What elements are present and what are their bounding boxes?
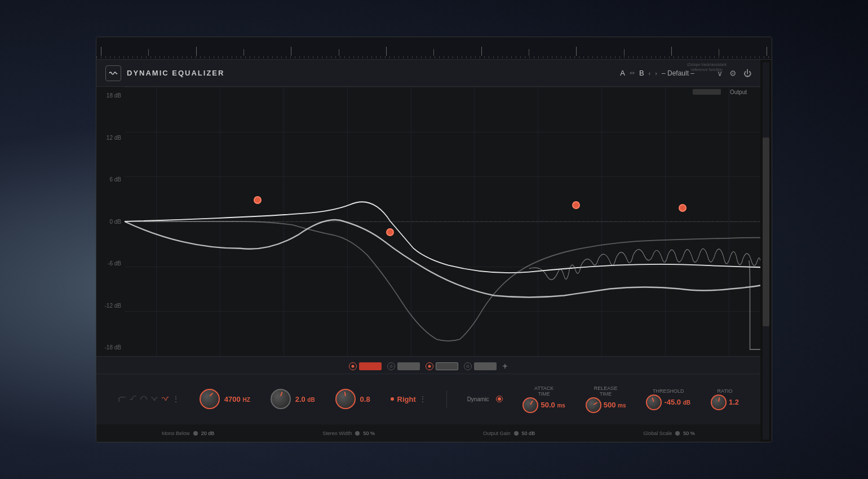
attack-knob[interactable] [522,397,538,413]
db-label-18: 18 dB [96,92,125,99]
header-extra-text: iZotope track/assistant reference functi… [687,62,727,72]
gain-knob[interactable] [271,389,291,409]
gain-group: 2.0 dB [271,389,315,409]
attack-label: AttackTime [534,385,553,397]
right-scrollbar[interactable] [760,60,772,442]
frequency-value: 4700 HZ [224,395,250,403]
svg-point-2 [390,365,392,367]
q-value: 0.8 [360,395,370,403]
dynamic-group: Dynamic [467,396,503,402]
dynamic-label: Dynamic [467,396,489,402]
threshold-value: -45.0 dB [664,398,690,406]
filter-dynamic-icon[interactable] [161,395,170,403]
band-4-power[interactable] [464,362,472,370]
stereo-width-value: 50 % [363,431,375,436]
band-4-color[interactable] [474,362,497,370]
band-1-color[interactable] [359,362,382,370]
mono-below-knob[interactable] [193,431,198,436]
filter-notch-icon[interactable] [150,395,159,403]
filter-bell-icon[interactable] [139,395,148,403]
eq-graph[interactable]: 18 dB 12 dB 6 dB 0 dB -6 dB -12 dB -18 d… [96,87,760,356]
more-icon[interactable]: ⋮ [172,395,179,403]
svg-point-1 [352,365,355,368]
band-1-power[interactable] [349,362,357,370]
ratio-knob[interactable] [711,394,727,410]
timeline-ruler [96,37,772,60]
band-1-btn[interactable] [349,362,382,370]
q-knob[interactable] [335,389,356,409]
eq-node-2[interactable] [386,228,394,236]
attack-value: 50.0 ms [541,401,565,409]
threshold-group: Threshold -45.0 dB [646,388,690,410]
plugin-title: DYNAMIC EQUALIZER [127,69,224,77]
db-label-n6: -6 dB [96,260,125,267]
band-3-power[interactable] [426,362,433,370]
band-3-color[interactable] [436,362,458,370]
ratio-label: Ratio [718,388,733,394]
band-params: ⋮ 4700 HZ [96,374,760,424]
global-scale-value: 50 % [683,431,695,436]
threshold-label: Threshold [653,388,684,394]
arrow-right[interactable]: › [655,70,657,77]
eq-node-3[interactable] [572,201,580,209]
global-scale-knob[interactable] [675,431,680,436]
release-label: ReleaseTime [594,385,618,397]
mono-below-param: Mono Below 20 dB [162,431,214,436]
filter-type-icons: ⋮ [118,395,179,403]
db-label-n18: -18 dB [96,344,125,351]
gain-value: 2.0 dB [295,395,315,403]
main-area: DYNAMIC EQUALIZER A ⇔ B ‹ › – Default – … [96,60,772,442]
filter-hp-icon[interactable] [118,395,127,403]
band-3-btn[interactable] [426,362,458,370]
add-band-button[interactable]: + [502,361,507,371]
release-group: ReleaseTime 500 ms [586,385,626,413]
db-label-n12: -12 dB [96,303,125,309]
ab-button-a[interactable]: A [620,69,625,77]
svg-point-3 [428,365,431,368]
band-2-color[interactable] [397,362,420,370]
settings-icon[interactable]: ⚙ [729,69,737,78]
eq-controls: + [96,356,760,424]
global-scale-param: Global Scale 50 % [643,431,695,436]
bottom-strip: Mono Below 20 dB Stereo Width 50 % Outpu… [96,424,760,442]
mono-below-value: 20 dB [201,431,215,436]
channel-more-icon[interactable]: ⋮ [419,395,426,403]
db-label-0: 0 dB [96,219,125,225]
power-icon[interactable]: ⏻ [743,69,751,78]
arrow-left[interactable]: ‹ [649,70,651,77]
filter-shelf-icon[interactable] [129,395,138,403]
svg-point-4 [467,365,469,367]
band-2-btn[interactable] [387,362,420,370]
stereo-width-param: Stereo Width 50 % [322,431,375,436]
frequency-group: 4700 HZ [200,389,250,409]
release-value: 500 ms [604,401,626,409]
output-gain-knob[interactable] [514,431,519,436]
channel-value: Right [397,395,416,403]
output-label: Output [730,89,747,95]
threshold-knob[interactable] [646,394,662,410]
ab-button-b[interactable]: B [639,69,644,77]
scrollbar-thumb[interactable] [763,138,769,326]
release-knob[interactable] [586,397,601,413]
eq-node-4[interactable] [679,204,687,212]
band-2-power[interactable] [387,362,395,370]
eq-node-1[interactable] [254,196,262,204]
db-label-12: 12 dB [96,135,125,141]
band-4-btn[interactable] [464,362,497,370]
dynamic-power-button[interactable] [496,396,503,402]
channel-dot[interactable] [391,397,394,401]
frequency-knob[interactable] [200,389,220,409]
global-scale-label: Global Scale [643,431,672,436]
output-gain-value: 50 dB [522,431,535,436]
plugin-logo [105,65,121,81]
db-labels: 18 dB 12 dB 6 dB 0 dB -6 dB -12 dB -18 d… [96,87,125,356]
stereo-width-knob[interactable] [355,431,360,436]
scrollbar-track[interactable] [763,62,769,440]
channel-group: Right ⋮ [391,395,426,403]
plugin-window: DYNAMIC EQUALIZER A ⇔ B ‹ › – Default – … [96,37,772,442]
stereo-width-label: Stereo Width [322,431,352,436]
attack-group: AttackTime 50.0 ms [522,385,565,413]
mono-below-label: Mono Below [162,431,190,436]
db-label-6: 6 dB [96,176,125,183]
output-gain-param: Output Gain 50 dB [483,431,535,436]
